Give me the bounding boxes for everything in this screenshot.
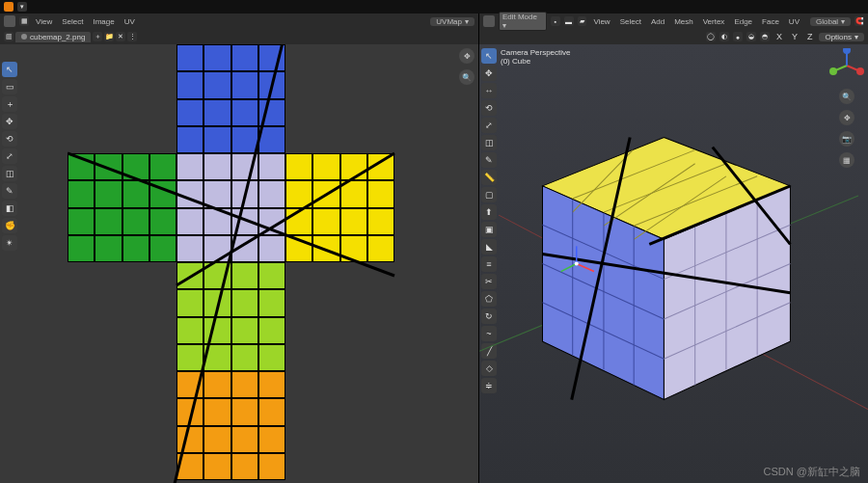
menu-uv[interactable]: UV — [122, 17, 138, 26]
options-dropdown[interactable]: Options▾ — [819, 33, 864, 41]
menu-view[interactable]: View — [33, 17, 55, 26]
blender-icon — [4, 2, 14, 12]
image-browse-icon[interactable]: ▥ — [4, 32, 14, 41]
tool-cursor2[interactable]: ＋ — [2, 96, 17, 112]
tool-pinch[interactable]: ✴ — [2, 235, 17, 251]
uv-face-top — [176, 44, 285, 153]
tool-rip[interactable]: ◧ — [2, 201, 17, 216]
tool-rotate[interactable]: ⟲ — [2, 131, 17, 147]
overlay-toggle-icon[interactable]: ◯ — [706, 32, 716, 41]
viewport-right-icons: 🔍 ✥ 📷 ▦ — [829, 48, 864, 168]
solid-shade-icon[interactable]: ● — [733, 32, 743, 41]
snap-icon[interactable]: 🧲 — [854, 16, 864, 26]
editor-type-icon[interactable] — [4, 15, 15, 27]
tool-move[interactable]: ✥ — [2, 114, 17, 129]
split-panes: ▦ View Select Image UV UVMap▾ ▥ cubemap_… — [0, 13, 868, 483]
watermark: CSDN @新缸中之脑 — [764, 465, 860, 479]
pan-icon[interactable]: ✥ — [839, 110, 854, 125]
menu-select[interactable]: Select — [59, 17, 86, 26]
pin-image-icon[interactable]: ✕ — [116, 32, 125, 41]
uv-right-icons: ✥ 🔍 — [459, 48, 475, 85]
matprev-shade-icon[interactable]: ◒ — [746, 32, 756, 41]
zoom-icon[interactable]: 🔍 — [839, 89, 854, 104]
axis-y[interactable]: Y — [789, 32, 800, 41]
svg-point-7 — [829, 67, 837, 75]
tool-scale[interactable]: ⤢ — [2, 148, 17, 164]
mode-dropdown[interactable]: Edit Mode ▾ — [499, 12, 547, 31]
uv-face-back — [176, 371, 285, 480]
sel-edge-icon[interactable]: ▬ — [564, 16, 574, 26]
render-shade-icon[interactable]: ◓ — [760, 32, 770, 41]
menu-image[interactable]: Image — [90, 17, 117, 26]
v-menu-select[interactable]: Select — [617, 17, 644, 26]
uv-face-left — [68, 153, 176, 262]
v-menu-view[interactable]: View — [590, 17, 612, 26]
uv-editor-header: ▦ View Select Image UV UVMap▾ — [0, 13, 478, 29]
tool-grab[interactable]: ✊ — [2, 218, 17, 233]
axis-x[interactable]: X — [773, 32, 785, 41]
sel-face-icon[interactable]: ▰ — [578, 16, 587, 26]
wire-shade-icon[interactable]: ◐ — [719, 32, 729, 41]
uvmap-label: UVMap — [436, 17, 462, 26]
image-dot-icon — [21, 34, 27, 40]
viewport-pane: Edit Mode ▾ ▪ ▬ ▰ View Select Add Mesh V… — [479, 13, 868, 483]
uv-mode-icon[interactable]: ▦ — [19, 16, 29, 26]
sel-vert-icon[interactable]: ▪ — [551, 16, 560, 26]
v-menu-vertex[interactable]: Vertex — [700, 17, 728, 26]
uv-image-tabbar: ▥ cubemap_2.png ＋ 📁 ✕ ⋮ — [0, 29, 478, 44]
axis-z[interactable]: Z — [804, 32, 816, 41]
tool-select-box[interactable]: ▭ — [2, 79, 17, 94]
viewport-canvas[interactable]: Camera Perspective (0) Cube ↖ ✥ ↔ ⟲ ⤢ ◫ … — [479, 44, 868, 483]
uv-canvas[interactable]: ↖ ▭ ＋ ✥ ⟲ ⤢ ◫ ✎ ◧ ✊ ✴ ✥ 🔍 — [0, 44, 478, 483]
open-image-icon[interactable]: 📁 — [104, 32, 114, 41]
uv-zoom-icon[interactable]: 🔍 — [459, 69, 475, 85]
pack-icon[interactable]: ⋮ — [127, 32, 137, 41]
svg-point-39 — [575, 261, 579, 265]
topbar-square-icon[interactable]: ▾ — [17, 2, 27, 12]
uv-toolbar: ↖ ▭ ＋ ✥ ⟲ ⤢ ◫ ✎ ◧ ✊ ✴ — [2, 62, 17, 251]
uv-face-bottom — [176, 262, 285, 371]
svg-point-8 — [843, 48, 851, 54]
uv-face-right — [285, 153, 394, 262]
image-tab[interactable]: cubemap_2.png — [15, 32, 91, 42]
v-menu-mesh[interactable]: Mesh — [671, 17, 696, 26]
viewport-secondary-header: ◯ ◐ ● ◒ ◓ X Y Z Options▾ — [479, 29, 868, 44]
tool-cursor[interactable]: ↖ — [2, 62, 17, 77]
orientation-dropdown[interactable]: Global▾ — [810, 17, 851, 26]
v-menu-edge[interactable]: Edge — [731, 17, 755, 26]
app-topbar: ▾ — [0, 0, 868, 13]
uv-layout — [68, 44, 395, 483]
v-menu-uv[interactable]: UV — [786, 17, 802, 26]
camera-icon[interactable]: 📷 — [839, 131, 854, 147]
svg-point-6 — [856, 67, 864, 75]
tool-annotate[interactable]: ✎ — [2, 183, 17, 199]
viewport-editor-icon[interactable] — [483, 15, 495, 27]
new-image-icon[interactable]: ＋ — [93, 32, 102, 41]
uv-face-front — [176, 153, 285, 262]
v-menu-add[interactable]: Add — [648, 17, 667, 26]
uv-editor-pane: ▦ View Select Image UV UVMap▾ ▥ cubemap_… — [0, 13, 479, 483]
uv-nav-icon[interactable]: ✥ — [459, 48, 475, 64]
viewport-header: Edit Mode ▾ ▪ ▬ ▰ View Select Add Mesh V… — [479, 13, 868, 29]
uvmap-dropdown[interactable]: UVMap▾ — [430, 17, 475, 26]
nav-gizmo[interactable] — [829, 48, 864, 83]
cube-render — [479, 44, 868, 483]
persp-toggle-icon[interactable]: ▦ — [839, 152, 854, 168]
tool-transform[interactable]: ◫ — [2, 166, 17, 181]
v-menu-face[interactable]: Face — [759, 17, 782, 26]
image-tab-label: cubemap_2.png — [30, 33, 85, 41]
